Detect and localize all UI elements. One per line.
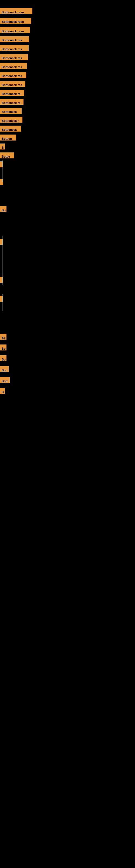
bottleneck-label-15[interactable]: Bottlen (0, 134, 16, 141)
bottleneck-label-4[interactable]: Bottleneck res (0, 36, 29, 42)
bottleneck-label-14[interactable]: Bottleneck (0, 126, 21, 131)
bottleneck-label-18[interactable] (0, 161, 3, 167)
bottleneck-label-11[interactable]: Bottleneck re (0, 99, 24, 105)
bottleneck-label-7[interactable]: Bottleneck res (0, 63, 27, 69)
bottleneck-label-8[interactable]: Bottleneck res (0, 72, 26, 78)
bottleneck-label-6[interactable]: Bottleneck res (0, 54, 28, 60)
bottleneck-label-24[interactable]: Bo (0, 334, 6, 340)
bottleneck-label-27[interactable]: Bot (0, 366, 9, 372)
bottleneck-label-13[interactable]: Bottleneck r (0, 117, 22, 123)
bottleneck-label-5[interactable]: Bottleneck res (0, 45, 29, 51)
bottleneck-label-22[interactable] (0, 277, 3, 283)
vertical-line-1 (2, 160, 2, 182)
bottleneck-label-29[interactable]: B (0, 388, 5, 394)
bottleneck-label-16[interactable]: B (0, 144, 5, 150)
bottleneck-label-9[interactable]: Bottleneck res (0, 81, 26, 87)
bottleneck-label-25[interactable]: Bo (0, 344, 6, 350)
bottleneck-label-2[interactable]: Bottleneck resu (0, 18, 31, 24)
bottleneck-label-1[interactable]: Bottleneck resu (0, 8, 32, 14)
vertical-line-2 (2, 236, 2, 285)
bottleneck-label-20[interactable]: Bo (0, 206, 6, 212)
bottleneck-label-12[interactable]: Bottleneck (0, 108, 21, 114)
vertical-line-3 (2, 294, 2, 311)
bottleneck-label-21[interactable] (0, 239, 3, 245)
bottleneck-label-10[interactable]: Bottleneck re (0, 90, 24, 96)
bottleneck-label-26[interactable]: Bo (0, 355, 6, 361)
bottleneck-label-28[interactable]: Bott (0, 377, 10, 383)
bottleneck-label-3[interactable]: Bottleneck resu (0, 27, 30, 33)
bottleneck-label-17[interactable]: Bottle (0, 152, 14, 158)
bottleneck-label-23[interactable] (0, 296, 3, 302)
bottleneck-label-19[interactable] (0, 179, 3, 185)
